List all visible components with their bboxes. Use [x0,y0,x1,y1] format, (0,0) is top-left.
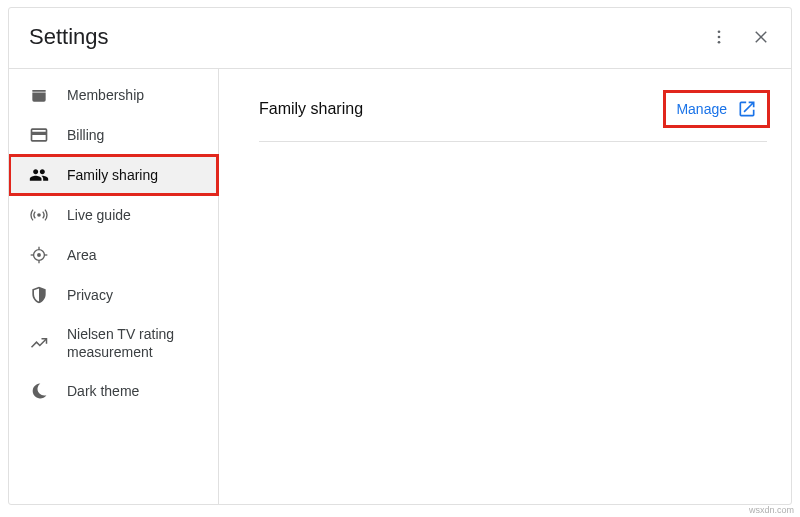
section-header: Family sharing Manage [259,93,767,142]
sidebar-item-billing[interactable]: Billing [9,115,218,155]
credit-card-icon [29,125,49,145]
close-button[interactable] [751,27,771,47]
sidebar-item-dark-theme[interactable]: Dark theme [9,371,218,411]
sidebar-item-membership[interactable]: Membership [9,75,218,115]
sidebar-item-area[interactable]: Area [9,235,218,275]
dialog-header: Settings [9,8,791,68]
svg-point-0 [718,30,721,33]
sidebar-item-family-sharing[interactable]: Family sharing [9,155,218,195]
membership-icon [29,85,49,105]
sidebar-item-privacy[interactable]: Privacy [9,275,218,315]
people-icon [29,165,49,185]
sidebar-item-live-guide[interactable]: Live guide [9,195,218,235]
svg-point-5 [37,213,41,217]
sidebar-item-label: Membership [67,86,206,104]
trending-icon [29,333,49,353]
open-in-new-icon [737,99,757,119]
settings-dialog: Settings Membership Billing [8,7,792,505]
main-content: Family sharing Manage [219,69,791,504]
sidebar-item-label: Privacy [67,286,206,304]
sidebar-item-label: Family sharing [67,166,206,184]
kebab-icon [710,28,728,46]
svg-point-1 [718,36,721,39]
sidebar-item-label: Live guide [67,206,206,224]
location-icon [29,245,49,265]
page-title: Settings [29,24,109,50]
sidebar-item-label: Nielsen TV rating measurement [67,325,206,361]
close-icon [752,28,770,46]
more-options-button[interactable] [709,27,729,47]
sidebar-item-label: Area [67,246,206,264]
sidebar-item-label: Billing [67,126,206,144]
sidebar-item-label: Dark theme [67,382,206,400]
settings-sidebar: Membership Billing Family sharing Live g… [9,69,219,504]
moon-icon [29,381,49,401]
sidebar-item-nielsen[interactable]: Nielsen TV rating measurement [9,315,218,371]
svg-point-7 [37,253,41,257]
svg-point-2 [718,41,721,44]
section-title: Family sharing [259,100,363,118]
shield-icon [29,285,49,305]
manage-label: Manage [676,101,727,117]
watermark: wsxdn.com [749,505,794,515]
manage-button[interactable]: Manage [666,93,767,125]
broadcast-icon [29,205,49,225]
dialog-body: Membership Billing Family sharing Live g… [9,68,791,504]
header-actions [709,27,771,47]
